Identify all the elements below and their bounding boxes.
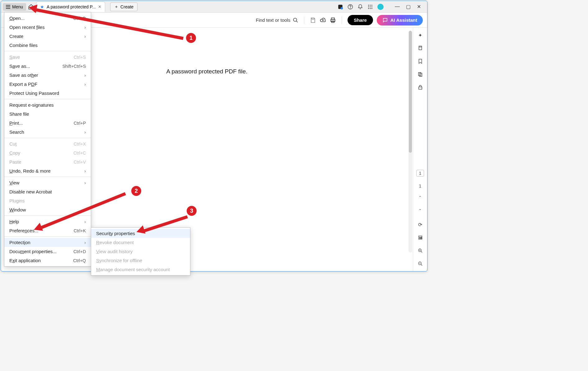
extension-icon[interactable] — [338, 4, 343, 10]
menu-item-label: Cut — [9, 141, 16, 146]
close-window-button[interactable]: ✕ — [417, 4, 421, 10]
menu-item-shortcut: Ctrl+K — [74, 228, 86, 233]
menu-item-shortcut: Ctrl+V — [74, 160, 86, 165]
zoom-in-icon[interactable] — [417, 248, 423, 254]
menu-item-disable-new-acrobat[interactable]: Disable new Acrobat — [4, 187, 91, 196]
document-body-text: A password protected PDF file. — [166, 68, 248, 75]
menu-separator — [4, 236, 91, 237]
menu-item-search[interactable]: Search› — [4, 128, 91, 137]
sparkle-icon[interactable]: ✦ — [417, 32, 423, 38]
svg-text:1:1: 1:1 — [419, 237, 422, 239]
svg-point-9 — [371, 6, 372, 7]
menu-item-label: Document properties... — [9, 249, 57, 254]
bell-icon[interactable] — [357, 4, 363, 10]
menu-item-export-a-pdf[interactable]: Export a PDF› — [4, 80, 91, 89]
menu-item-label: Export a PDF — [9, 81, 37, 87]
menu-item-label: Paste — [9, 159, 21, 165]
menu-item-protect-using-password[interactable]: Protect Using Password — [4, 89, 91, 98]
menu-item-label: View audit history — [96, 249, 133, 254]
page-total: 1 — [419, 183, 422, 188]
minimize-button[interactable]: — — [395, 4, 400, 10]
titlebar: Menu ★ A password protected P... × ＋ Cre… — [1, 1, 427, 13]
chevron-right-icon: › — [84, 168, 86, 174]
chevron-right-icon: › — [84, 72, 86, 78]
menu-item-preferences[interactable]: Preferences...Ctrl+K — [4, 226, 91, 235]
menu-item-open-recent-files[interactable]: Open recent files› — [4, 23, 91, 32]
rotate-icon[interactable]: ⟳ — [417, 221, 423, 228]
maximize-button[interactable]: ▢ — [406, 4, 411, 10]
create-button[interactable]: ＋ Create — [110, 2, 138, 11]
app-window: Menu ★ A password protected P... × ＋ Cre… — [1, 1, 427, 271]
menu-button-label: Menu — [12, 4, 23, 9]
menu-item-create[interactable]: Create› — [4, 32, 91, 41]
submenu-item-synchronize-for-offline: Synchronize for offline — [91, 256, 190, 265]
svg-point-6 — [371, 5, 372, 6]
menu-item-protection[interactable]: Protection› — [4, 238, 91, 247]
menu-item-label: Protect Using Password — [9, 90, 59, 96]
menu-item-label: Undo, Redo & more — [9, 168, 51, 174]
copy-pages-icon[interactable] — [417, 71, 423, 77]
menu-item-shortcut: Shift+Ctrl+S — [63, 64, 86, 69]
right-rail: ✦ 1 1 ˆ ˇ ⟳ 1:1 — [413, 28, 427, 271]
help-icon[interactable] — [348, 4, 353, 10]
chevron-right-icon: › — [84, 34, 86, 39]
menu-separator — [4, 216, 91, 216]
menu-item-combine-files[interactable]: Combine files — [4, 41, 91, 50]
fit-width-icon[interactable]: 1:1 — [417, 234, 423, 241]
page-input[interactable]: 1 — [416, 170, 424, 177]
svg-rect-19 — [419, 46, 422, 50]
share-button[interactable]: Share — [348, 15, 373, 25]
bookmark-icon[interactable] — [417, 58, 423, 64]
save-icon[interactable] — [310, 17, 316, 23]
menu-separator — [4, 51, 91, 51]
lock-icon[interactable] — [417, 84, 423, 90]
menu-item-label: Search — [9, 129, 24, 135]
menu-item-save-as-other[interactable]: Save as other› — [4, 71, 91, 80]
menu-item-cut: CutCtrl+X — [4, 139, 91, 148]
tab-title: A password protected P... — [47, 4, 96, 9]
ai-assistant-button[interactable]: AI Assistant — [377, 15, 423, 26]
submenu-item-view-audit-history: View audit history — [91, 247, 190, 256]
menu-item-share-file[interactable]: Share file — [4, 109, 91, 118]
svg-rect-22 — [418, 87, 422, 90]
cloud-upload-icon[interactable] — [320, 17, 326, 23]
chevron-right-icon: › — [84, 180, 86, 185]
ai-button-label: AI Assistant — [390, 17, 417, 23]
main-menu: Open...Ctrl+OOpen recent files›Create›Co… — [4, 12, 91, 267]
page-up-icon[interactable]: ˆ — [417, 195, 423, 202]
chevron-right-icon: › — [84, 129, 86, 135]
menu-item-label: Plugins — [9, 198, 25, 203]
arrow-1-head — [28, 3, 38, 13]
separator — [304, 16, 304, 24]
find-box[interactable]: Find text or tools — [256, 17, 298, 23]
svg-point-7 — [368, 6, 369, 7]
menu-item-label: Create — [9, 34, 23, 39]
callout-badge-1: 1 — [186, 33, 196, 43]
menu-item-view[interactable]: View› — [4, 178, 91, 187]
menu-item-save-as[interactable]: Save as...Shift+Ctrl+S — [4, 62, 91, 71]
user-avatar[interactable] — [377, 4, 384, 10]
create-button-label: Create — [120, 4, 133, 9]
menu-button[interactable]: Menu — [3, 3, 26, 11]
apps-grid-icon[interactable] — [367, 4, 373, 10]
zoom-out-icon[interactable] — [417, 261, 423, 267]
menu-item-label: Help — [9, 219, 19, 224]
menu-item-document-properties[interactable]: Document properties...Ctrl+D — [4, 247, 91, 256]
svg-point-10 — [368, 8, 369, 9]
menu-item-exit-application[interactable]: Exit applicationCtrl+Q — [4, 256, 91, 265]
callout-badge-2: 2 — [131, 186, 141, 196]
print-icon[interactable] — [330, 17, 336, 23]
close-tab-icon[interactable]: × — [98, 4, 101, 10]
page-down-icon[interactable]: ˇ — [417, 208, 423, 215]
chevron-right-icon: › — [84, 81, 86, 87]
menu-item-print[interactable]: Print...Ctrl+P — [4, 118, 91, 128]
window-controls: — ▢ ✕ — [389, 4, 425, 10]
menu-item-undo-redo-more[interactable]: Undo, Redo & more› — [4, 166, 91, 175]
menu-item-request-e-signatures[interactable]: Request e-signatures — [4, 100, 91, 109]
menu-item-label: Manage document security account — [96, 267, 170, 272]
titlebar-icons — [338, 4, 387, 10]
vertical-scrollbar[interactable] — [408, 31, 412, 253]
menu-item-label: Open... — [9, 16, 25, 21]
pages-panel-icon[interactable] — [417, 45, 423, 51]
sparkle-chat-icon — [382, 17, 388, 23]
